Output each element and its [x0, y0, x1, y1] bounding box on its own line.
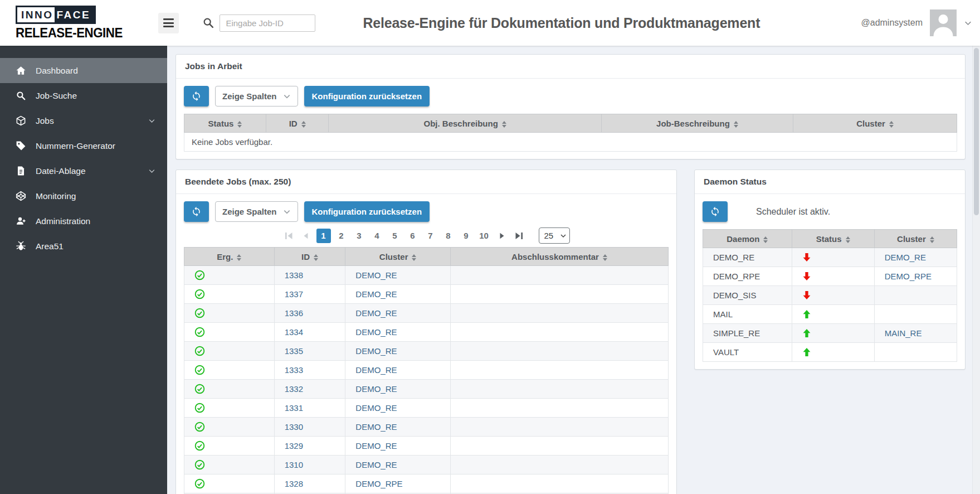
column-header[interactable]: ID: [274, 248, 345, 266]
column-header[interactable]: ID: [266, 114, 329, 133]
page-number-button[interactable]: 4: [370, 229, 384, 243]
page-number-button[interactable]: 10: [477, 229, 491, 243]
sidebar-item-monitoring[interactable]: Monitoring: [0, 183, 167, 209]
sidebar-item-dashboard[interactable]: Dashboard: [0, 58, 167, 83]
username[interactable]: @adminsystem: [861, 18, 923, 28]
comment-cell: [450, 342, 668, 361]
success-check-icon: [194, 422, 269, 432]
job-id-link[interactable]: 1331: [285, 403, 303, 413]
page-last-button[interactable]: [513, 232, 525, 240]
sidebar-item-administration[interactable]: Administration: [0, 209, 167, 234]
sidebar-toggle-button[interactable]: [158, 13, 179, 33]
refresh-button[interactable]: [184, 201, 209, 222]
column-header[interactable]: Abschlusskommentar: [450, 248, 668, 266]
daemon-status-table: Daemon Status Cluster DEMO_RE: [703, 229, 957, 362]
column-header[interactable]: Cluster: [345, 248, 451, 266]
column-header[interactable]: Status: [792, 230, 874, 248]
job-id-cell: 1329: [274, 437, 345, 456]
show-columns-dropdown[interactable]: Zeige Spalten: [215, 86, 298, 106]
cluster-link[interactable]: MAIN_RE: [885, 328, 922, 338]
scrollbar-thumb[interactable]: [974, 48, 979, 215]
column-header[interactable]: Cluster: [874, 230, 957, 248]
job-id-link[interactable]: 1333: [285, 365, 303, 375]
page-number-button[interactable]: 8: [441, 229, 456, 243]
column-header[interactable]: Erg.: [184, 248, 275, 266]
page-title: Release-Engine für Dokumentation und Pro…: [363, 15, 760, 31]
cluster-link[interactable]: DEMO_RE: [355, 403, 397, 413]
cluster-cell: [874, 305, 957, 324]
page-size-select[interactable]: 25: [539, 227, 570, 244]
page-number-button[interactable]: 5: [388, 229, 402, 243]
column-header[interactable]: Obj. Beschreibung: [329, 114, 602, 133]
cluster-link[interactable]: DEMO_RE: [355, 327, 397, 337]
cluster-link[interactable]: DEMO_RE: [355, 384, 397, 394]
cluster-link[interactable]: DEMO_RE: [355, 308, 397, 318]
cluster-link[interactable]: DEMO_RPE: [355, 479, 402, 488]
column-header[interactable]: Cluster: [793, 114, 957, 133]
app-logo[interactable]: INNOFACE RELEASE-ENGINE: [16, 6, 130, 41]
job-id-link[interactable]: 1334: [285, 327, 303, 337]
cluster-link[interactable]: DEMO_RE: [355, 270, 397, 280]
column-header[interactable]: Status: [184, 114, 266, 133]
page-size-control: 25: [539, 227, 570, 244]
cluster-link[interactable]: DEMO_RE: [885, 253, 926, 262]
sidebar-item-jobs[interactable]: Jobs: [0, 108, 167, 133]
cluster-link[interactable]: DEMO_RPE: [885, 272, 932, 281]
chevron-down-icon[interactable]: [964, 19, 972, 27]
cluster-link[interactable]: DEMO_RE: [355, 289, 397, 299]
page-number-button[interactable]: 7: [423, 229, 438, 243]
daemon-cell: MAIL: [703, 305, 792, 324]
reset-configuration-button[interactable]: Konfiguration zurücksetzen: [304, 201, 430, 222]
sidebar-item-job-suche[interactable]: Job-Suche: [0, 83, 167, 108]
job-id-link[interactable]: 1332: [285, 384, 303, 394]
column-header[interactable]: Job-Beschreibung: [601, 114, 793, 133]
cluster-link[interactable]: DEMO_RE: [355, 460, 397, 469]
page-number-button[interactable]: 1: [316, 229, 331, 243]
sidebar-item-area51[interactable]: Area51: [0, 234, 167, 259]
sidebar-item-datei-ablage[interactable]: Datei-Ablage: [0, 158, 167, 183]
reset-configuration-button[interactable]: Konfiguration zurücksetzen: [304, 86, 430, 106]
job-id-cell: 1338: [274, 266, 345, 285]
sort-icon: [412, 254, 416, 261]
refresh-button[interactable]: [703, 201, 728, 222]
tag-icon: [14, 141, 27, 151]
refresh-button[interactable]: [184, 86, 209, 106]
job-id-link[interactable]: 1329: [285, 441, 303, 451]
page-prev-button[interactable]: [300, 232, 311, 240]
page-number-button[interactable]: 9: [459, 229, 474, 243]
job-id-search-input[interactable]: [220, 14, 315, 32]
page-first-button[interactable]: [283, 232, 295, 240]
status-cell: [792, 286, 874, 305]
job-id-link[interactable]: 1338: [285, 270, 303, 280]
job-id-link[interactable]: 1335: [285, 346, 303, 356]
table-header-row: Daemon Status Cluster: [703, 230, 957, 248]
job-id-link[interactable]: 1310: [285, 460, 303, 469]
page-number-button[interactable]: 3: [352, 229, 367, 243]
job-id-link[interactable]: 1337: [285, 289, 303, 299]
job-id-cell: 1310: [274, 456, 345, 474]
daemon-row: DEMO_RPE DEMO_RPE: [703, 267, 957, 286]
search-icon: [14, 90, 27, 101]
column-header[interactable]: Daemon: [703, 230, 792, 248]
job-id-link[interactable]: 1328: [285, 479, 303, 488]
job-id-cell: 1336: [274, 304, 345, 323]
cluster-link[interactable]: DEMO_RE: [355, 441, 397, 451]
cluster-link[interactable]: DEMO_RE: [355, 365, 397, 375]
job-id-cell: 1335: [274, 342, 345, 361]
sidebar-item-nummern-generator[interactable]: Nummern-Generator: [0, 133, 167, 158]
page-number-button[interactable]: 2: [334, 229, 349, 243]
page-next-button[interactable]: [496, 232, 508, 240]
status-up-icon: [802, 309, 869, 319]
success-check-icon: [194, 346, 269, 356]
show-columns-dropdown[interactable]: Zeige Spalten: [215, 201, 298, 222]
scrollbar[interactable]: [972, 46, 980, 494]
jobs-in-arbeit-toolbar: Zeige Spalten Konfiguration zurücksetzen: [184, 86, 957, 106]
cluster-link[interactable]: DEMO_RE: [355, 422, 397, 432]
cluster-link[interactable]: DEMO_RE: [355, 346, 397, 356]
page-number-button[interactable]: 6: [406, 229, 420, 243]
job-id-link[interactable]: 1330: [285, 422, 303, 432]
user-menu[interactable]: @adminsystem: [861, 9, 973, 36]
job-id-link[interactable]: 1336: [285, 308, 303, 318]
avatar[interactable]: [930, 9, 957, 36]
cluster-cell: MAIN_RE: [874, 324, 957, 343]
